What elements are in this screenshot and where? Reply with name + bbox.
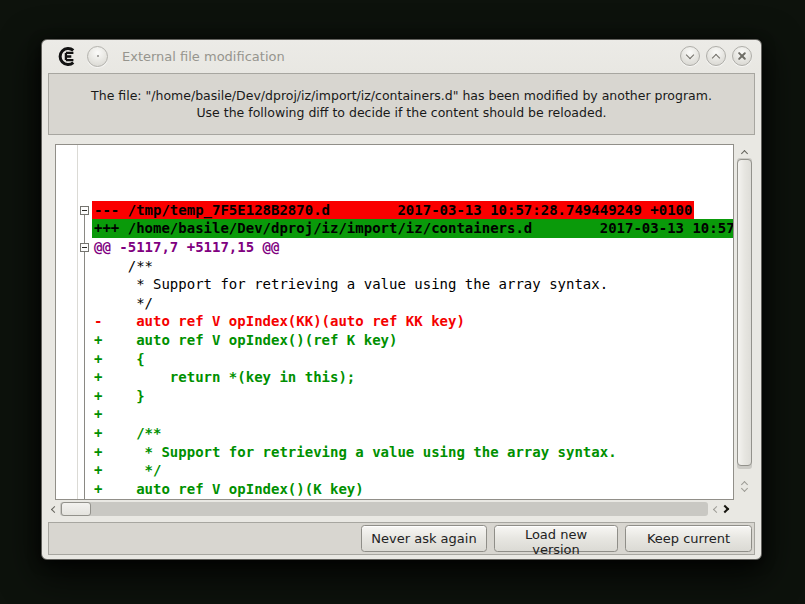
diff-line-text: * Support for retrieving a value using t…	[92, 275, 610, 294]
keep-current-button[interactable]: Keep current	[625, 525, 752, 552]
chevron-up-icon	[712, 53, 720, 61]
dialog-window: External file modification The file: "/h…	[41, 39, 762, 560]
fold-tree-cell	[56, 480, 92, 499]
fold-tree-cell	[56, 294, 92, 313]
scroll-left-arrow[interactable]	[49, 501, 60, 517]
horizontal-scrollbar-arrow-pair[interactable]	[708, 501, 733, 517]
diff-line: * Support for retrieving a value using t…	[56, 275, 733, 294]
never-ask-again-button[interactable]: Never ask again	[361, 525, 487, 552]
fold-tree-cell	[56, 368, 92, 387]
fold-tree-cell	[56, 461, 92, 480]
chevron-down-icon	[686, 50, 694, 58]
dialog-button-row: Never ask again Load new version Keep cu…	[48, 522, 755, 555]
coedit-logo-icon	[57, 46, 78, 67]
diff-line: - auto ref V opIndex(KK)(auto ref KK key…	[56, 312, 733, 331]
diff-line: --- /tmp/temp_7F5E128B2870.d 2017-03-13 …	[56, 201, 733, 220]
fold-tree-cell	[56, 387, 92, 406]
diff-line: /**	[56, 257, 733, 276]
diff-line-text: + {	[92, 350, 147, 369]
diff-line-text: + }	[92, 387, 147, 406]
scroll-up-arrow[interactable]	[737, 145, 752, 158]
horizontal-scrollbar-thumb[interactable]	[61, 502, 91, 516]
diff-line: + */	[56, 461, 733, 480]
fold-tree-cell	[56, 405, 92, 424]
diff-line: + auto ref V opIndex()(ref K key)	[56, 331, 733, 350]
vertical-scrollbar-arrow-pair[interactable]	[737, 471, 752, 498]
fold-tree-cell	[56, 275, 92, 294]
maximize-button[interactable]	[706, 46, 726, 66]
diff-line: +++ /home/basile/Dev/dproj/iz/import/iz/…	[56, 219, 733, 238]
message-line-2: Use the following diff to decide if the …	[196, 104, 606, 121]
fold-tree-cell	[56, 424, 92, 443]
diff-line: + auto ref V opIndex()(K key)	[56, 480, 733, 499]
diff-line: */	[56, 294, 733, 313]
diff-line: + }	[56, 387, 733, 406]
diff-container: --- /tmp/temp_7F5E128B2870.d 2017-03-13 …	[48, 143, 755, 519]
diff-line-text: + /**	[92, 424, 163, 443]
fold-tree-cell	[56, 312, 92, 331]
chevron-up-icon	[741, 149, 748, 156]
horizontal-scrollbar[interactable]	[49, 501, 733, 517]
diff-line-text: + auto ref V opIndex()(K key)	[92, 480, 366, 499]
diff-line: + * Support for retrieving a value using…	[56, 443, 733, 462]
close-button[interactable]	[732, 46, 752, 66]
load-new-version-button[interactable]: Load new version	[494, 525, 618, 552]
diff-line-text: + */	[92, 461, 163, 480]
fold-marker-cell	[56, 238, 92, 257]
fold-tree-cell	[56, 331, 92, 350]
diff-line-text: + auto ref V opIndex()(ref K key)	[92, 331, 399, 350]
diff-line: +	[56, 405, 733, 424]
diff-line: @@ -5117,7 +5117,15 @@	[56, 238, 733, 257]
diff-line-text: @@ -5117,7 +5117,15 @@	[92, 238, 281, 257]
diff-view[interactable]: --- /tmp/temp_7F5E128B2870.d 2017-03-13 …	[55, 144, 734, 500]
diff-line: + {	[56, 350, 733, 369]
diff-line-text: + * Support for retrieving a value using…	[92, 443, 619, 462]
chevron-left-icon	[712, 505, 719, 512]
chevron-left-icon	[51, 505, 58, 512]
desktop-background: { "titlebar": { "title": "External file …	[0, 0, 805, 604]
window-title: External file modification	[122, 49, 285, 64]
diff-line-text: +++ /home/basile/Dev/dproj/iz/import/iz/…	[92, 219, 734, 238]
diff-line-text: - auto ref V opIndex(KK)(auto ref KK key…	[92, 312, 467, 331]
vertical-scrollbar[interactable]	[736, 145, 753, 499]
diff-line: + return *(key in this);	[56, 368, 733, 387]
fold-tree-cell	[56, 498, 92, 500]
message-line-1: The file: "/home/basile/Dev/dproj/iz/imp…	[91, 87, 712, 104]
vertical-scrollbar-thumb[interactable]	[737, 159, 752, 466]
diff-line-text: */	[92, 294, 155, 313]
diff-line-text: +	[92, 405, 104, 424]
fold-tree-cell	[56, 219, 92, 238]
diff-lines: --- /tmp/temp_7F5E128B2870.d 2017-03-13 …	[56, 145, 733, 499]
diff-line-text: + return *(key in this);	[92, 368, 357, 387]
fold-marker-cell	[56, 201, 92, 220]
chevron-right-icon	[720, 505, 728, 513]
diff-line-text: {	[92, 498, 138, 500]
fold-tree-cell	[56, 257, 92, 276]
diff-line-text: /**	[92, 257, 155, 276]
fold-collapse-icon[interactable]	[80, 206, 89, 215]
titlebar[interactable]: External file modification	[42, 40, 761, 72]
message-panel: The file: "/home/basile/Dev/dproj/iz/imp…	[48, 73, 755, 135]
fold-tree-cell	[56, 350, 92, 369]
window-menu-button[interactable]	[87, 46, 108, 67]
close-icon	[737, 51, 747, 61]
diff-line: {	[56, 498, 733, 500]
minimize-button[interactable]	[680, 46, 700, 66]
horizontal-scrollbar-track[interactable]	[60, 502, 708, 516]
fold-collapse-icon[interactable]	[80, 243, 89, 252]
fold-tree-cell	[56, 443, 92, 462]
diff-line: + /**	[56, 424, 733, 443]
vertical-scrollbar-track[interactable]	[737, 158, 752, 469]
diff-line-text: --- /tmp/temp_7F5E128B2870.d 2017-03-13 …	[92, 201, 694, 220]
